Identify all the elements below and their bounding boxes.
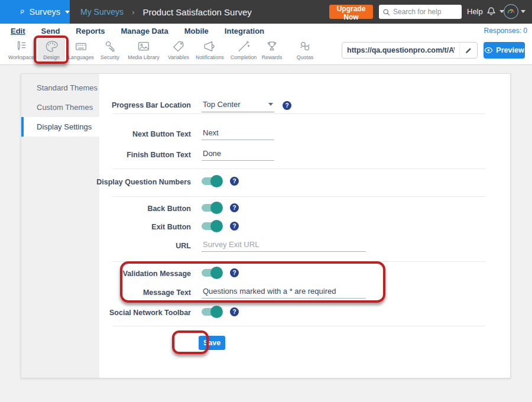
- toggle-knob: [210, 175, 223, 187]
- validation-message-label: Validation Message: [77, 270, 191, 278]
- message-text-label: Message Text: [77, 288, 191, 297]
- section-divider: [113, 168, 485, 169]
- section-divider: [113, 326, 485, 326]
- progress-bar-location-label: Progress Bar Location: [77, 101, 191, 109]
- languages-icon: [73, 39, 89, 54]
- survey-url-field: [342, 42, 478, 59]
- page-title: Product Satisfaction Survey: [142, 7, 251, 17]
- breadcrumb-separator: ›: [132, 8, 134, 17]
- toolbar-item-design[interactable]: Design: [38, 38, 65, 63]
- display-question-numbers-label: Display Question Numbers: [77, 178, 191, 186]
- rewards-icon: [264, 39, 280, 54]
- help-icon[interactable]: ?: [230, 307, 239, 316]
- toggle-knob: [210, 202, 223, 214]
- breadcrumb-parent-link[interactable]: My Surveys: [80, 7, 124, 17]
- bell-icon: [485, 5, 497, 18]
- exit-url-input[interactable]: [202, 239, 366, 252]
- back-button-label: Back Button: [77, 205, 191, 213]
- design-icon: [44, 39, 59, 54]
- help-icon[interactable]: ?: [283, 101, 291, 110]
- nav-item-edit[interactable]: Edit: [11, 27, 25, 35]
- nav-item-reports[interactable]: Reports: [76, 27, 105, 35]
- section-divider: [113, 261, 485, 262]
- section-divider: [113, 114, 485, 114]
- exit-button-toggle[interactable]: [202, 222, 222, 230]
- account-menu[interactable]: [504, 4, 525, 19]
- chevron-down-icon: [521, 10, 525, 13]
- save-button[interactable]: Save: [199, 336, 225, 350]
- toolbar-item-security[interactable]: Security: [92, 39, 128, 60]
- toggle-knob: [210, 306, 223, 318]
- nav-item-send[interactable]: Send: [41, 27, 60, 35]
- toolbar-item-label: Workspace: [5, 54, 38, 60]
- notifications-bell-menu[interactable]: [485, 5, 504, 18]
- app-window: Surveys My Surveys › Product Satisfactio…: [0, 0, 532, 402]
- pencil-icon: [465, 47, 472, 54]
- completion-icon: [236, 39, 251, 54]
- breadcrumb: My Surveys › Product Satisfaction Survey: [80, 0, 252, 24]
- toolbar-item-label: Design: [38, 54, 65, 60]
- toolbar-item-workspace[interactable]: Workspace: [5, 39, 38, 60]
- survey-url-input[interactable]: [342, 46, 459, 54]
- toolbar-item-label: Rewards: [255, 54, 288, 60]
- workspace-icon: [14, 39, 29, 54]
- back-button-toggle[interactable]: [202, 204, 222, 212]
- preview-button-label: Preview: [496, 46, 524, 54]
- help-icon[interactable]: ?: [230, 222, 239, 231]
- progress-bar-location-value: Top Center: [203, 100, 241, 109]
- avatar: [504, 4, 518, 19]
- toggle-knob: [210, 220, 223, 232]
- help-link[interactable]: Help: [467, 7, 483, 16]
- social-network-toolbar-toggle[interactable]: [202, 308, 222, 316]
- help-icon[interactable]: ?: [230, 177, 239, 186]
- section-divider: [113, 196, 485, 197]
- exit-button-label: Exit Button: [77, 223, 191, 231]
- help-icon[interactable]: ?: [230, 268, 239, 277]
- social-network-toolbar-label: Social Network Toolbar: [77, 309, 191, 317]
- next-button-text-input[interactable]: [202, 127, 274, 140]
- finish-button-text-input[interactable]: [202, 148, 274, 161]
- gauge-icon: [506, 7, 516, 17]
- toolbar-item-rewards[interactable]: Rewards: [255, 39, 288, 60]
- sidebar-item-standard-themes[interactable]: Standard Themes: [21, 78, 99, 98]
- search-icon: [382, 8, 390, 16]
- top-header-bar: Surveys My Surveys › Product Satisfactio…: [0, 0, 532, 24]
- search-input[interactable]: [393, 8, 458, 16]
- toolbar-item-label: Notifications: [190, 54, 229, 60]
- eye-icon: [484, 47, 493, 54]
- toggle-knob: [210, 267, 223, 279]
- toolbar-item-label: Security: [92, 54, 128, 60]
- chevron-down-icon: [268, 103, 273, 106]
- upgrade-now-button[interactable]: Upgrade Now: [329, 5, 373, 19]
- toolbar-item-quotas[interactable]: Quotas: [290, 39, 320, 60]
- exit-url-label: URL: [77, 242, 191, 250]
- display-settings-panel: Standard Themes Custom Themes Display Se…: [21, 73, 511, 378]
- toolbar-item-label: Media Library: [124, 54, 163, 60]
- responses-count[interactable]: Responses: 0: [484, 27, 527, 35]
- nav-item-mobile[interactable]: Mobile: [184, 27, 209, 35]
- toolbar-item-notifications[interactable]: Notifications: [190, 39, 229, 60]
- preview-button[interactable]: Preview: [484, 42, 525, 59]
- next-button-text-label: Next Button Text: [77, 130, 191, 138]
- quotas-icon: [297, 39, 313, 54]
- edit-url-button[interactable]: [459, 43, 477, 58]
- help-icon[interactable]: ?: [230, 203, 239, 212]
- survey-nav-menu: Edit Send Reports Manage Data Mobile Int…: [0, 24, 532, 38]
- nav-item-manage-data[interactable]: Manage Data: [121, 27, 168, 35]
- security-icon: [102, 39, 118, 54]
- nav-item-integration[interactable]: Integration: [225, 27, 264, 35]
- finish-button-text-label: Finish Button Text: [77, 151, 191, 159]
- variables-icon: [171, 39, 186, 54]
- display-question-numbers-toggle[interactable]: [202, 177, 222, 185]
- toolbar-item-media-library[interactable]: Media Library: [124, 39, 163, 60]
- progress-bar-location-select[interactable]: Top Center: [202, 99, 274, 112]
- validation-message-toggle[interactable]: [202, 269, 222, 277]
- brand-menu-label: Surveys: [30, 7, 60, 17]
- brand-menu[interactable]: Surveys: [0, 0, 70, 24]
- help-search-box[interactable]: [379, 5, 462, 19]
- media-library-icon: [136, 39, 151, 54]
- questionpro-logo-icon: [19, 5, 25, 18]
- message-text-input[interactable]: [202, 286, 366, 299]
- notifications-icon: [202, 39, 218, 54]
- chevron-down-icon: [65, 11, 70, 14]
